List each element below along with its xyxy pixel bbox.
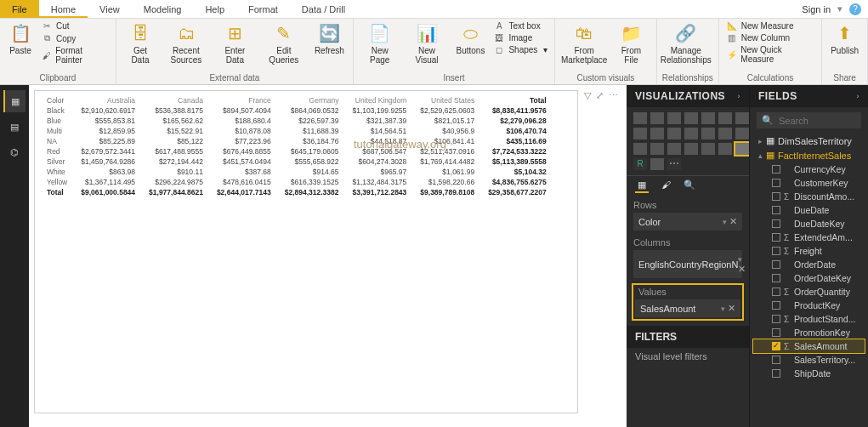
table-factinternetsales[interactable]: ▴ ▦ FactInternetSales (753, 148, 865, 162)
tab-format[interactable]: Format (236, 0, 290, 18)
columns-well[interactable]: EnglishCountryRegionN▾ ✕ (633, 250, 742, 278)
field-orderquantity[interactable]: ΣOrderQuantity (753, 285, 865, 299)
field-productkey[interactable]: ProductKey (753, 299, 865, 312)
filter-icon[interactable]: ▽ (584, 90, 591, 101)
new-column-button[interactable]: ▥New Column (724, 32, 816, 43)
viz-waterfall[interactable] (650, 128, 664, 139)
manage-relationships-button[interactable]: 🔗Manage Relationships (662, 20, 710, 66)
model-view-button[interactable]: ⌬ (3, 141, 26, 163)
rows-well[interactable]: Color▾ ✕ (633, 213, 742, 231)
chevron-down-icon[interactable]: ▾ (837, 3, 842, 14)
field-checkbox[interactable] (772, 233, 780, 242)
field-checkbox[interactable] (772, 288, 780, 296)
fields-search-input[interactable] (779, 116, 868, 126)
viz-ribbon[interactable] (633, 128, 647, 139)
report-view-button[interactable]: ▦ (3, 90, 26, 112)
viz-table[interactable] (718, 143, 732, 155)
cut-button[interactable]: ✂Cut (39, 20, 111, 31)
field-shipdate[interactable]: ShipDate (753, 367, 865, 380)
recent-sources-button[interactable]: 🗂Recent Sources (162, 20, 210, 66)
field-checkbox[interactable] (772, 342, 780, 350)
viz-card[interactable] (667, 143, 681, 155)
viz-matrix[interactable] (735, 143, 749, 155)
more-icon[interactable]: ⋯ (609, 90, 618, 101)
viz-column[interactable] (650, 112, 664, 124)
tab-datadrill[interactable]: Data / Drill (290, 0, 357, 18)
field-checkbox[interactable] (772, 165, 780, 174)
field-freight[interactable]: ΣFreight (753, 244, 865, 258)
paste-button[interactable]: 📋Paste (5, 20, 36, 57)
new-page-button[interactable]: 📄New Page (359, 20, 401, 66)
field-duedatekey[interactable]: DueDateKey (753, 217, 865, 231)
field-extendedam[interactable]: ΣExtendedAm... (753, 231, 865, 244)
new-measure-button[interactable]: 📐New Measure (724, 20, 816, 31)
viz-scatter[interactable] (667, 128, 681, 139)
viz-r[interactable]: R (633, 158, 647, 170)
field-discountamo[interactable]: ΣDiscountAmo... (753, 190, 865, 203)
get-data-button[interactable]: 🗄Get Data (122, 20, 159, 66)
fields-header[interactable]: FIELDS› (750, 85, 868, 107)
viz-bar[interactable] (633, 112, 647, 124)
focus-icon[interactable]: ⤢ (596, 90, 604, 101)
new-visual-button[interactable]: 📊New Visual (405, 20, 450, 66)
report-canvas[interactable]: ▽ ⤢ ⋯ tutorialgateway.org ColorAustralia… (29, 85, 627, 427)
field-checkbox[interactable] (772, 356, 780, 364)
viz-funnel[interactable] (633, 143, 647, 155)
viz-line[interactable] (701, 112, 715, 124)
field-checkbox[interactable] (772, 192, 780, 201)
remove-rows-field[interactable]: ✕ (729, 216, 737, 226)
viz-more[interactable]: ⋯ (667, 158, 681, 170)
tab-file[interactable]: File (0, 0, 39, 18)
remove-columns-field[interactable]: ✕ (738, 264, 746, 274)
image-button[interactable]: 🖼Image (491, 32, 549, 43)
enter-data-button[interactable]: ⊞Enter Data (213, 20, 257, 66)
new-quick-measure-button[interactable]: ⚡New Quick Measure (724, 44, 816, 65)
field-duedate[interactable]: DueDate (753, 203, 865, 217)
tab-help[interactable]: Help (193, 0, 236, 18)
from-file-button[interactable]: 📁From File (611, 20, 651, 66)
field-checkbox[interactable] (772, 219, 780, 228)
tab-view[interactable]: View (88, 0, 132, 18)
edit-queries-button[interactable]: ✎Edit Queries (260, 20, 308, 66)
refresh-button[interactable]: 🔄Refresh (311, 20, 348, 57)
fields-search[interactable]: 🔍 (757, 112, 861, 128)
field-checkbox[interactable] (772, 179, 780, 187)
from-marketplace-button[interactable]: 🛍From Marketplace (560, 20, 608, 66)
format-tab-icon[interactable]: 🖌 (659, 179, 672, 193)
field-orderdatekey[interactable]: OrderDateKey (753, 271, 865, 285)
buttons-dropdown[interactable]: ⬭Buttons (452, 20, 488, 57)
remove-values-field[interactable]: ✕ (728, 303, 735, 313)
field-salesterritory[interactable]: SalesTerritory... (753, 353, 865, 367)
help-icon[interactable]: ? (849, 3, 861, 15)
field-promotionkey[interactable]: PromotionKey (753, 326, 865, 339)
field-checkbox[interactable] (772, 274, 780, 282)
field-checkbox[interactable] (772, 247, 780, 255)
field-salesamount[interactable]: ΣSalesAmount (753, 339, 865, 353)
viz-tree[interactable] (718, 128, 732, 139)
viz-donut[interactable] (701, 128, 715, 139)
viz-kpi[interactable] (684, 143, 698, 155)
field-checkbox[interactable] (772, 315, 780, 323)
field-orderdate[interactable]: OrderDate (753, 258, 865, 271)
field-checkbox[interactable] (772, 369, 780, 378)
field-checkbox[interactable] (772, 260, 780, 269)
viz-stacked100[interactable] (684, 112, 698, 124)
tab-home[interactable]: Home (39, 0, 88, 18)
tab-modeling[interactable]: Modeling (132, 0, 194, 18)
fields-tab-icon[interactable]: ▦ (635, 179, 649, 193)
viz-gauge[interactable] (650, 143, 664, 155)
viz-stacked[interactable] (667, 112, 681, 124)
viz-map[interactable] (735, 128, 749, 139)
viz-combo[interactable] (735, 112, 749, 124)
visualizations-header[interactable]: VISUALIZATIONS› (627, 85, 749, 107)
field-checkbox[interactable] (772, 328, 780, 337)
viz-slicer[interactable] (701, 143, 715, 155)
viz-pie[interactable] (684, 128, 698, 139)
field-productstand[interactable]: ΣProductStand... (753, 312, 865, 326)
field-checkbox[interactable] (772, 206, 780, 214)
table-dimsalesterritory[interactable]: ▸ ▦ DimSalesTerritory (753, 134, 865, 148)
textbox-button[interactable]: AText box (491, 20, 549, 31)
filters-header[interactable]: FILTERS (627, 326, 749, 348)
format-painter-button[interactable]: 🖌Format Painter (39, 45, 111, 65)
publish-button[interactable]: ⬆Publish (827, 20, 862, 57)
